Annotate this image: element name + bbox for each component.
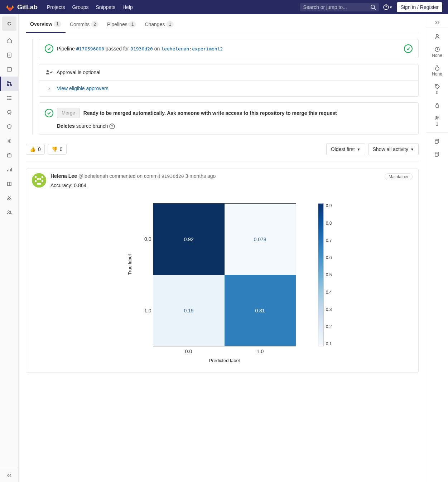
tab-pipelines-count: 1 bbox=[129, 21, 136, 28]
pipeline-mini-graph[interactable] bbox=[404, 44, 413, 53]
svg-point-23 bbox=[436, 34, 438, 36]
assignee-block[interactable] bbox=[434, 32, 440, 41]
pipeline-id-link[interactable]: #170596000 bbox=[76, 46, 104, 52]
svg-point-13 bbox=[47, 70, 49, 72]
nav-snippets-icon[interactable] bbox=[0, 191, 19, 205]
reference-block[interactable] bbox=[434, 137, 440, 146]
activity-filter-dropdown[interactable]: Show all activity▼ bbox=[368, 143, 419, 155]
thumbs-up-button[interactable]: 👍0 bbox=[26, 144, 45, 155]
source-branch-block[interactable] bbox=[434, 150, 440, 159]
svg-point-12 bbox=[10, 211, 11, 213]
svg-rect-33 bbox=[435, 153, 438, 156]
nav-snippets[interactable]: Snippets bbox=[92, 4, 119, 10]
reactions-bar: 👍0 👎0 Oldest first▼ Show all activity▼ bbox=[26, 140, 419, 161]
labels-block[interactable]: 0 bbox=[434, 82, 440, 97]
chart-ylabel: True label bbox=[127, 254, 133, 275]
chevron-down-icon: ▼ bbox=[389, 5, 392, 9]
svg-rect-22 bbox=[37, 183, 41, 185]
chart-xlabel: Predicted label bbox=[153, 358, 296, 363]
approval-text: Approval is optional bbox=[57, 69, 100, 75]
heatmap-cell: 0.81 bbox=[225, 275, 296, 346]
nav-projects[interactable]: Projects bbox=[43, 4, 69, 10]
tab-commits[interactable]: Commits2 bbox=[66, 16, 103, 33]
svg-point-10 bbox=[10, 199, 11, 200]
role-badge: Maintainer bbox=[385, 173, 413, 180]
side-nav: C bbox=[0, 14, 19, 482]
mr-tabs: Overview1 Commits2 Pipelines1 Changes1 bbox=[26, 16, 419, 33]
svg-rect-21 bbox=[42, 180, 43, 182]
heatmap-cell: 0.92 bbox=[153, 204, 225, 275]
tab-commits-count: 2 bbox=[91, 21, 98, 28]
svg-rect-20 bbox=[35, 180, 37, 182]
svg-point-4 bbox=[7, 82, 9, 83]
svg-rect-3 bbox=[7, 68, 11, 71]
author-avatar[interactable] bbox=[32, 173, 46, 188]
svg-point-9 bbox=[8, 199, 9, 200]
nav-issues-icon[interactable] bbox=[0, 62, 19, 77]
chart-colorbar: 0.90.80.70.60.50.40.30.20.1 bbox=[318, 203, 332, 346]
svg-point-28 bbox=[436, 116, 437, 118]
tab-overview-label: Overview bbox=[30, 21, 52, 27]
nav-packages-icon[interactable] bbox=[0, 148, 19, 162]
svg-point-6 bbox=[10, 84, 11, 86]
nav-groups[interactable]: Groups bbox=[69, 4, 92, 10]
search-box[interactable] bbox=[300, 3, 379, 11]
nav-collapse-button[interactable] bbox=[0, 468, 19, 482]
svg-point-11 bbox=[8, 211, 9, 212]
signin-button[interactable]: Sign in / Register bbox=[397, 2, 442, 12]
merge-button[interactable]: Merge bbox=[57, 108, 80, 118]
author-name[interactable]: Helena Lee bbox=[50, 173, 77, 179]
participants-block[interactable]: 1 bbox=[434, 114, 440, 128]
commit-sha[interactable]: 91930d20 bbox=[162, 174, 184, 179]
lock-block[interactable] bbox=[434, 101, 440, 109]
nav-rocket-icon[interactable] bbox=[0, 105, 19, 120]
sidebar-toggle[interactable] bbox=[426, 17, 448, 28]
gitlab-logo bbox=[6, 3, 14, 11]
search-input[interactable] bbox=[303, 4, 370, 10]
note-timestamp: 3 months ago bbox=[185, 173, 216, 179]
tab-changes[interactable]: Changes1 bbox=[140, 16, 178, 33]
view-approvers-link[interactable]: View eligible approvers bbox=[57, 86, 109, 91]
pipeline-sha-link[interactable]: 91930d20 bbox=[130, 46, 153, 52]
nav-ops-icon[interactable] bbox=[0, 134, 19, 148]
svg-rect-8 bbox=[8, 154, 11, 157]
tab-changes-label: Changes bbox=[145, 21, 165, 27]
time-tracking-block[interactable]: None bbox=[432, 64, 442, 78]
chevron-right-icon[interactable]: › bbox=[45, 86, 53, 91]
tab-pipelines[interactable]: Pipelines1 bbox=[103, 16, 141, 33]
tab-pipelines-label: Pipelines bbox=[107, 21, 127, 27]
svg-rect-16 bbox=[35, 176, 37, 178]
discussion-note: Helena Lee @leehelenah commented on comm… bbox=[26, 169, 419, 373]
pipeline-user-link[interactable]: leehelenah bbox=[161, 46, 189, 52]
chart-x-ticks: 0.0 1.0 bbox=[153, 349, 296, 354]
approval-icon bbox=[45, 69, 53, 75]
nav-merge-requests-icon[interactable] bbox=[0, 77, 19, 91]
right-sidebar: None None 0 1 bbox=[426, 14, 448, 482]
sort-order-dropdown[interactable]: Oldest first▼ bbox=[326, 143, 365, 155]
tab-overview[interactable]: Overview1 bbox=[26, 16, 66, 33]
nav-wiki-icon[interactable] bbox=[0, 177, 19, 191]
project-badge[interactable]: C bbox=[2, 16, 16, 31]
svg-rect-17 bbox=[42, 176, 43, 178]
help-button[interactable]: ▼ bbox=[382, 3, 394, 11]
svg-point-7 bbox=[9, 140, 10, 142]
nav-analytics-icon[interactable] bbox=[0, 162, 19, 177]
merge-message: Ready to be merged automatically. Ask so… bbox=[83, 110, 337, 116]
tab-changes-count: 1 bbox=[166, 21, 174, 28]
nav-help[interactable]: Help bbox=[119, 4, 136, 10]
pipeline-branch-link[interactable]: experiment2 bbox=[192, 46, 223, 52]
thumbs-down-button[interactable]: 👎0 bbox=[48, 144, 67, 155]
milestone-block[interactable]: None bbox=[432, 45, 442, 59]
author-handle[interactable]: @leehelenah bbox=[78, 173, 108, 179]
nav-members-icon[interactable] bbox=[0, 205, 19, 220]
chevron-down-icon: ▼ bbox=[357, 147, 361, 151]
tab-commits-label: Commits bbox=[70, 21, 90, 27]
approval-widget: Approval is optional › View eligible app… bbox=[39, 64, 419, 97]
nav-ci-icon[interactable] bbox=[0, 91, 19, 105]
question-circle-icon[interactable] bbox=[109, 123, 115, 129]
nav-home-icon[interactable] bbox=[0, 34, 19, 48]
nav-repo-icon[interactable] bbox=[0, 48, 19, 62]
nav-shield-icon[interactable] bbox=[0, 120, 19, 134]
search-icon bbox=[370, 4, 376, 10]
heatmap-cell: 0.19 bbox=[153, 275, 225, 346]
